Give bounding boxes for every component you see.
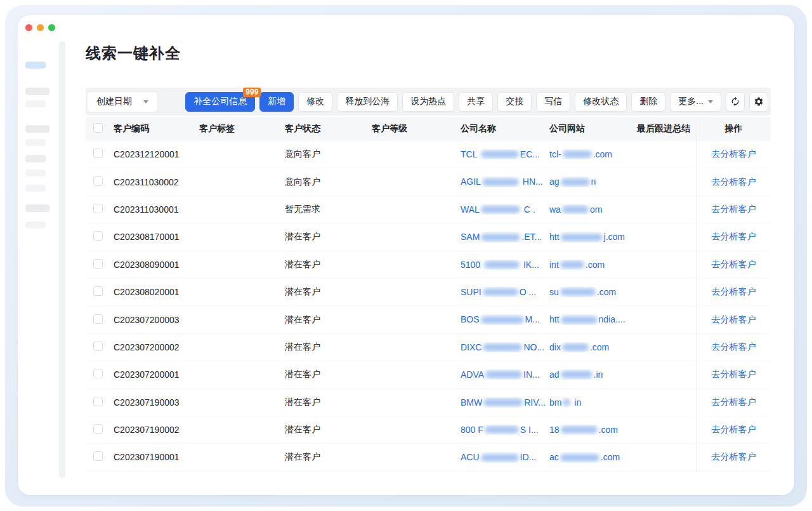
sidebar-skeleton-bar[interactable] [25, 169, 46, 176]
column-header-customer-code[interactable]: 客户编码 [111, 123, 197, 135]
maximize-window-icon[interactable] [48, 24, 55, 31]
customer-code-cell: C202311030002 [111, 177, 197, 187]
company-website-cell: dix.com [547, 342, 634, 352]
customer-status-cell: 潜在客户 [282, 231, 369, 242]
row-checkbox[interactable] [93, 149, 103, 158]
sidebar-skeleton-bar[interactable] [25, 100, 46, 107]
company-website-link[interactable]: 18.com [549, 425, 634, 435]
company-name-link[interactable]: SAM.ET... [461, 232, 547, 242]
date-filter-dropdown[interactable]: 创建日期 [87, 91, 158, 112]
select-all-checkbox[interactable] [93, 123, 103, 133]
complete-company-info-button[interactable]: 补全公司信息 999 [185, 92, 255, 112]
company-website-link[interactable]: ac.com [549, 452, 634, 462]
date-filter-label: 创建日期 [96, 96, 132, 107]
analyze-customer-link[interactable]: 去分析客户 [712, 259, 756, 270]
delete-button[interactable]: 删除 [631, 92, 665, 112]
action-cell: 去分析客户 [696, 168, 771, 195]
sidebar-skeleton-bar-active[interactable] [25, 62, 46, 69]
write-email-button[interactable]: 写信 [536, 92, 570, 112]
add-new-button[interactable]: 新增 [259, 92, 294, 112]
row-checkbox-cell [86, 342, 111, 353]
analyze-customer-link[interactable]: 去分析客户 [712, 424, 756, 435]
row-checkbox[interactable] [93, 259, 103, 269]
analyze-customer-link[interactable]: 去分析客户 [712, 451, 756, 463]
row-checkbox[interactable] [93, 369, 103, 378]
chevron-down-icon [143, 100, 148, 103]
column-header-company-website[interactable]: 公司网站 [547, 123, 634, 135]
sidebar-skeleton-bar[interactable] [25, 125, 49, 133]
company-website-link[interactable]: int.com [549, 260, 634, 270]
analyze-customer-link[interactable]: 去分析客户 [712, 342, 756, 353]
sidebar-skeleton-bar[interactable] [25, 222, 46, 229]
sidebar-skeleton-bar[interactable] [25, 88, 49, 95]
row-checkbox[interactable] [93, 204, 103, 213]
company-name-link[interactable]: BMWRIV... [461, 397, 547, 408]
company-name-link[interactable]: SUPIO ... [461, 287, 547, 297]
company-website-link[interactable]: ad.in [549, 369, 634, 380]
company-name-link[interactable]: DIXCNO... [461, 342, 547, 352]
row-checkbox[interactable] [93, 314, 103, 324]
company-name-link[interactable]: WAL C . [461, 204, 547, 215]
change-status-button[interactable]: 修改状态 [575, 92, 627, 112]
company-name-link[interactable]: TCL EC... [461, 149, 547, 159]
more-button[interactable]: 更多... [670, 92, 721, 112]
sync-button[interactable] [726, 92, 745, 112]
company-website-link[interactable]: httndia.... [549, 314, 634, 324]
column-header-customer-level[interactable]: 客户等级 [369, 123, 458, 135]
row-checkbox[interactable] [93, 286, 103, 296]
table-row: C202308020001潜在客户SUPIO ...su.com去分析客户 [86, 279, 771, 306]
button-label: 设为热点 [410, 96, 446, 107]
release-to-public-pool-button[interactable]: 释放到公海 [337, 92, 398, 112]
share-button[interactable]: 共享 [459, 92, 493, 112]
company-name-link[interactable]: BOSM... [461, 314, 547, 324]
sidebar-skeleton-bar[interactable] [25, 185, 46, 192]
analyze-customer-link[interactable]: 去分析客户 [712, 369, 756, 380]
row-checkbox[interactable] [93, 231, 103, 241]
row-checkbox[interactable] [93, 176, 103, 186]
row-checkbox-cell [86, 369, 111, 380]
company-website-link[interactable]: bm in [549, 397, 634, 408]
row-checkbox[interactable] [93, 397, 103, 406]
company-name-link[interactable]: 5100 IK... [461, 260, 547, 270]
analyze-customer-link[interactable]: 去分析客户 [712, 204, 756, 215]
company-name-link[interactable]: ADVAIN... [461, 369, 547, 380]
analyze-customer-link[interactable]: 去分析客户 [712, 286, 756, 298]
company-website-link[interactable]: waom [549, 204, 634, 215]
company-website-link[interactable]: httj.com [549, 232, 634, 242]
analyze-customer-link[interactable]: 去分析客户 [712, 176, 756, 188]
close-window-icon[interactable] [25, 24, 32, 31]
action-cell: 去分析客户 [696, 334, 771, 361]
company-website-link[interactable]: tcl-.com [549, 149, 634, 159]
sidebar-skeleton-bar[interactable] [25, 155, 46, 163]
sidebar-skeleton-bar[interactable] [25, 204, 49, 212]
handover-button[interactable]: 交接 [497, 92, 532, 112]
count-badge: 999 [243, 88, 261, 97]
analyze-customer-link[interactable]: 去分析客户 [712, 149, 756, 160]
settings-button[interactable] [749, 92, 768, 112]
row-checkbox[interactable] [93, 424, 103, 434]
analyze-customer-link[interactable]: 去分析客户 [712, 314, 756, 326]
row-checkbox[interactable] [93, 342, 103, 351]
company-name-cell: AGIL HN... [458, 176, 547, 187]
redacted-text [560, 288, 596, 296]
sidebar-skeleton-bar[interactable] [25, 139, 46, 146]
set-as-hotspot-button[interactable]: 设为热点 [402, 92, 454, 112]
company-website-link[interactable]: su.com [549, 287, 634, 297]
company-website-link[interactable]: agn [549, 176, 634, 187]
analyze-customer-link[interactable]: 去分析客户 [712, 231, 756, 242]
edit-button[interactable]: 修改 [298, 92, 332, 112]
company-name-link[interactable]: AGIL HN... [461, 176, 547, 187]
column-header-followup-summary[interactable]: 最后跟进总结 [634, 123, 696, 135]
column-header-company-name[interactable]: 公司名称 [458, 123, 547, 135]
analyze-customer-link[interactable]: 去分析客户 [712, 397, 756, 408]
company-website-cell: ad.in [547, 369, 634, 380]
column-header-customer-tag[interactable]: 客户标签 [197, 123, 282, 135]
redacted-text [481, 234, 520, 241]
row-checkbox[interactable] [93, 451, 103, 461]
redacted-text [561, 234, 603, 241]
minimize-window-icon[interactable] [37, 24, 44, 31]
company-website-link[interactable]: dix.com [549, 342, 634, 352]
company-name-link[interactable]: 800 FS I... [461, 425, 547, 435]
company-name-link[interactable]: ACUID... [461, 452, 547, 462]
column-header-customer-status[interactable]: 客户状态 [282, 123, 369, 135]
